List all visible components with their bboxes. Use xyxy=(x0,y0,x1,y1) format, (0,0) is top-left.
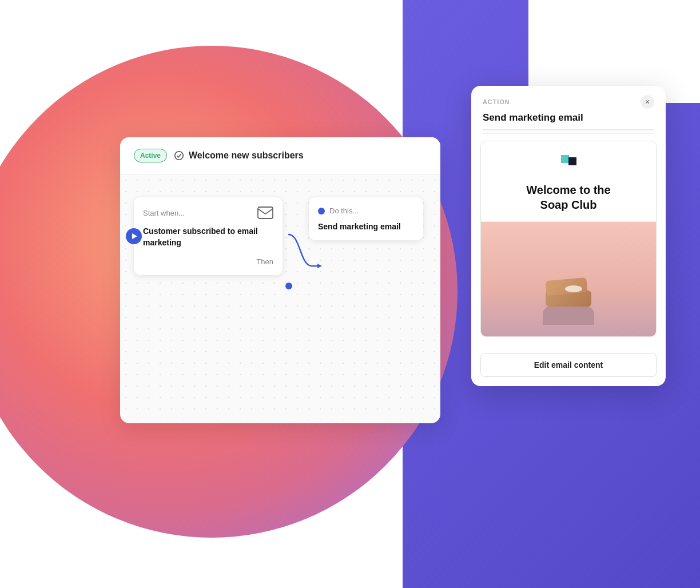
action-node: Do this... Send marketing email xyxy=(309,197,423,240)
action-panel-header: ACTION × xyxy=(471,86,666,109)
brand-square-teal xyxy=(561,155,569,163)
panel-divider-1 xyxy=(483,129,654,130)
trigger-node: Start when... Customer subscribed to ema… xyxy=(134,197,283,275)
play-button xyxy=(126,228,142,244)
workflow-card: Active Welcome new subscribers Start whe… xyxy=(120,137,440,423)
svg-rect-3 xyxy=(258,207,273,218)
check-circle-icon xyxy=(174,150,184,161)
workflow-title-row: Welcome new subscribers xyxy=(174,150,304,161)
action-panel: ACTION × Send marketing email Welcome to… xyxy=(471,86,666,386)
brand-square-dark xyxy=(568,157,576,165)
action-panel-title: Send marketing email xyxy=(471,109,666,129)
email-headline-area: Welcome to the Soap Club xyxy=(481,177,656,222)
email-image-area xyxy=(481,222,656,336)
workflow-header: Active Welcome new subscribers xyxy=(120,137,440,174)
brand-logo xyxy=(561,153,576,165)
email-preview: Welcome to the Soap Club xyxy=(480,141,657,337)
email-headline: Welcome to the Soap Club xyxy=(495,182,642,212)
email-logo-area xyxy=(481,141,656,177)
active-badge: Active xyxy=(134,149,167,162)
trigger-label: Start when... xyxy=(143,209,185,217)
close-button[interactable]: × xyxy=(641,95,654,109)
workflow-title: Welcome new subscribers xyxy=(189,150,304,161)
action-label: Do this... xyxy=(329,206,359,215)
trigger-node-header: Start when... xyxy=(143,206,273,219)
action-text: Send marketing email xyxy=(318,222,414,231)
trigger-footer: Then xyxy=(143,257,273,266)
envelope-icon xyxy=(257,206,273,219)
workflow-canvas: Start when... Customer subscribed to ema… xyxy=(120,174,440,420)
edit-email-button[interactable]: Edit email content xyxy=(480,353,657,377)
svg-point-0 xyxy=(175,152,183,160)
svg-point-2 xyxy=(285,283,292,289)
svg-marker-1 xyxy=(317,264,322,268)
trigger-text: Customer subscribed to email marketing xyxy=(143,226,273,248)
action-dot xyxy=(318,208,325,214)
action-node-header: Do this... xyxy=(318,206,414,215)
panel-divider-2 xyxy=(483,133,654,134)
soap-foam xyxy=(565,285,582,292)
action-section-label: ACTION xyxy=(483,98,510,105)
